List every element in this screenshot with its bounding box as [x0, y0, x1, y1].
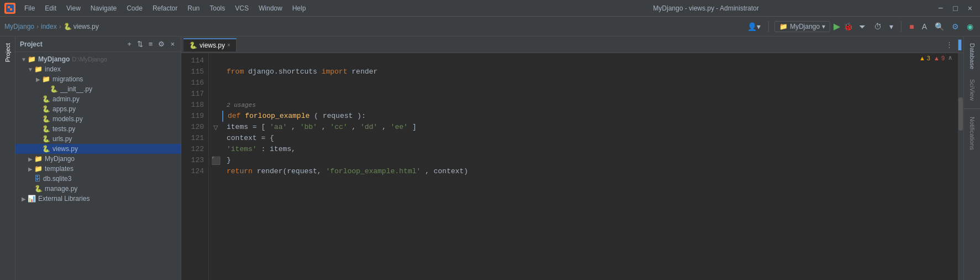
- code-line-124: [222, 177, 958, 188]
- breadcrumb-views[interactable]: views.py: [74, 23, 99, 30]
- minimize-button[interactable]: −: [935, 3, 946, 13]
- scrollbar-thumb[interactable]: [958, 97, 963, 131]
- menu-window[interactable]: Window: [254, 3, 287, 14]
- sidebar-tab-project[interactable]: Project: [2, 39, 13, 66]
- ln-115: 115: [186, 66, 204, 77]
- ln-114: 114: [186, 55, 204, 66]
- str-dd: 'dd': [360, 123, 378, 131]
- maximize-button[interactable]: □: [950, 4, 961, 13]
- menu-run[interactable]: Run: [183, 3, 204, 14]
- kw-from: from: [227, 68, 244, 76]
- code-editor: 114 115 116 117 118 119 120 121 122 123 …: [181, 53, 963, 280]
- panel-collapse-button[interactable]: ≡: [147, 39, 155, 49]
- debug-button[interactable]: 🐞: [843, 22, 853, 31]
- expand-indicators[interactable]: ∧: [948, 54, 952, 61]
- ln-123: 123: [186, 155, 204, 166]
- tree-item-apps[interactable]: ▶ 🐍 apps.py: [15, 104, 181, 114]
- tree-item-models[interactable]: ▶ 🐍 models.py: [15, 114, 181, 124]
- tree-item-manage[interactable]: ▶ 🐍 manage.py: [15, 184, 181, 194]
- tree-item-mydjango-root[interactable]: ▼ 📁 MyDjango D:\MyDjango: [15, 54, 181, 64]
- panel-close-button[interactable]: ×: [169, 39, 176, 49]
- tree-label-urls: urls.py: [53, 135, 72, 143]
- code-content[interactable]: from django.shortcuts import render 2 us…: [222, 53, 958, 280]
- tree-item-mydjango-sub[interactable]: ▶ 📁 MyDjango: [15, 154, 181, 164]
- tree-label-models: models.py: [53, 115, 83, 123]
- menu-navigate[interactable]: Navigate: [86, 3, 121, 14]
- tab-close-button[interactable]: ×: [227, 42, 230, 48]
- menu-file[interactable]: File: [20, 3, 39, 14]
- menu-tools[interactable]: Tools: [205, 3, 229, 14]
- db-icon: 🗄: [34, 175, 41, 183]
- tree-label-admin: admin.py: [53, 95, 80, 103]
- error-indicators: ▲ 3 ▲ 9 ∧: [919, 54, 952, 61]
- menu-refactor[interactable]: Refactor: [148, 3, 182, 14]
- code-line-118: def forloop_example ( request ):: [222, 111, 958, 122]
- stop-button[interactable]: ■: [907, 21, 916, 32]
- right-sep: [964, 108, 980, 109]
- code-line-123: return render(request, 'forloop_example.…: [222, 166, 958, 177]
- tree-item-admin[interactable]: ▶ 🐍 admin.py: [15, 94, 181, 104]
- str-items-key: 'items': [227, 145, 257, 153]
- run-config-dropdown[interactable]: 📁 MyDjango ▾: [774, 21, 830, 32]
- panel-add-button[interactable]: +: [125, 39, 133, 49]
- breadcrumb-index[interactable]: index: [41, 23, 57, 30]
- coverage-button[interactable]: ⏷: [856, 21, 868, 32]
- tree-item-tests[interactable]: ▶ 🐍 tests.py: [15, 124, 181, 134]
- right-tab-notifications[interactable]: Notifications: [967, 112, 978, 154]
- tree-item-views[interactable]: ▶ 🐍 views.py: [15, 144, 181, 154]
- tree-label-migrations: migrations: [53, 75, 83, 83]
- ln-119: 119: [186, 111, 204, 122]
- window-controls: − □ ×: [935, 3, 976, 13]
- menu-edit[interactable]: Edit: [40, 3, 61, 14]
- tree-item-urls[interactable]: ▶ 🐍 urls.py: [15, 134, 181, 144]
- gutter-115: [209, 66, 222, 77]
- ln-124: 124: [186, 166, 204, 177]
- menu-view[interactable]: View: [62, 3, 85, 14]
- tree-item-migrations[interactable]: ▶ 📁 migrations: [15, 74, 181, 84]
- run-button[interactable]: ▶: [834, 21, 840, 32]
- str-template: 'forloop_example.html': [326, 167, 421, 175]
- menu-code[interactable]: Code: [122, 3, 147, 14]
- tree-item-ext-libraries[interactable]: ▶ 📊 External Libraries: [15, 194, 181, 204]
- menu-vcs[interactable]: VCS: [230, 3, 253, 14]
- tree-label-views: views.py: [53, 145, 78, 153]
- editor-panel-toggle[interactable]: ▐: [955, 40, 961, 50]
- tree-arrow-migrations: ▶: [34, 76, 42, 82]
- tree-label-manage: manage.py: [45, 185, 77, 193]
- tree-label-ext: External Libraries: [38, 195, 90, 203]
- code-line-117: [222, 89, 958, 100]
- settings-button[interactable]: ⚙: [950, 21, 961, 32]
- tree-item-templates[interactable]: ▶ 📁 templates: [15, 164, 181, 174]
- gutter-124: [209, 166, 222, 177]
- tree-label-tests: tests.py: [53, 125, 75, 133]
- translate-icon[interactable]: A: [920, 21, 929, 32]
- dropdown-arrow-icon: ▾: [822, 23, 825, 30]
- menu-help[interactable]: Help: [288, 3, 311, 14]
- more-button[interactable]: ◉: [965, 21, 976, 32]
- breadcrumb-sep2: ›: [59, 23, 61, 30]
- panel-sync-button[interactable]: ⇅: [135, 39, 145, 49]
- right-tab-sciview[interactable]: SciView: [967, 75, 978, 105]
- tree-item-db[interactable]: ▶ 🗄 db.sqlite3: [15, 174, 181, 184]
- folder-icon-mydjango-sub: 📁: [34, 155, 43, 163]
- panel-settings-button[interactable]: ⚙: [156, 39, 166, 49]
- file-icon: 🐍: [64, 23, 72, 30]
- folder-icon-index: 📁: [34, 65, 43, 73]
- project-sidebar-tab: Project: [0, 37, 15, 280]
- close-button[interactable]: ×: [965, 4, 976, 13]
- tab-views-py[interactable]: 🐍 views.py ×: [184, 38, 237, 51]
- user-icon[interactable]: 👤▾: [745, 21, 763, 32]
- breakpoint-icon: ⬛: [211, 155, 221, 166]
- right-tab-database[interactable]: Database: [967, 39, 978, 74]
- toolbar-right: 👤▾ 📁 MyDjango ▾ ▶ 🐞 ⏷ ⏱ ▾ ■ A 🔍 ⚙ ◉: [745, 21, 976, 32]
- vertical-scrollbar[interactable]: [958, 53, 963, 280]
- tree-item-index[interactable]: ▼ 📁 index: [15, 64, 181, 74]
- tree-item-init[interactable]: ▶ 🐍 __init__.py: [15, 84, 181, 94]
- tree-arrow-mydjango-sub: ▶: [27, 156, 34, 162]
- search-button[interactable]: 🔍: [932, 21, 946, 32]
- profile-button[interactable]: ⏱: [872, 21, 884, 32]
- more-run-button[interactable]: ▾: [887, 21, 895, 32]
- editor-tabs: 🐍 views.py × ⋮ ▐: [181, 37, 963, 53]
- breadcrumb-mydjango[interactable]: MyDjango: [4, 23, 34, 30]
- editor-more-button[interactable]: ⋮: [946, 40, 953, 49]
